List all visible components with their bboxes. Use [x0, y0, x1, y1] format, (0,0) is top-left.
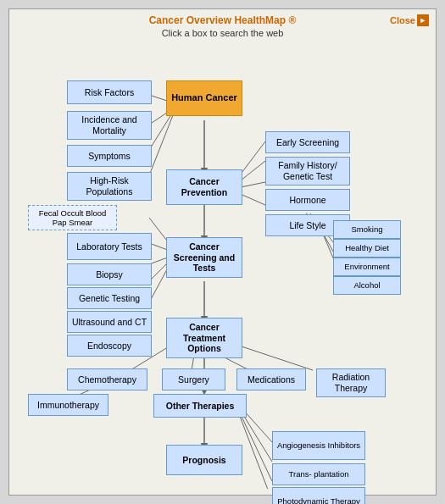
human-cancer-node[interactable]: Human Cancer [166, 80, 242, 116]
environment-node[interactable]: Environment [333, 258, 401, 276]
prognosis-node[interactable]: Prognosis [166, 445, 242, 475]
chemotherapy-node[interactable]: Chemotherapy [67, 368, 147, 390]
risk-factors-node[interactable]: Risk Factors [67, 80, 152, 104]
transplantation-node[interactable]: Trans- plantation [272, 463, 365, 485]
healthy-diet-node[interactable]: Healthy Diet [333, 239, 401, 258]
cancer-prevention-node[interactable]: Cancer Prevention [166, 169, 242, 205]
angiogenesis-node[interactable]: Angiogenesis Inhibitors [272, 431, 365, 460]
svg-line-25 [236, 345, 313, 370]
radiation-node[interactable]: Radiation Therapy [316, 368, 386, 397]
endoscopy-node[interactable]: Endoscopy [67, 335, 152, 357]
surgery-node[interactable]: Surgery [162, 368, 225, 390]
ultrasound-ct-node[interactable]: Ultrasound and CT [67, 311, 152, 333]
smoking-node[interactable]: Smoking [333, 220, 401, 239]
main-container: Cancer Overview HealthMap ® Click a box … [8, 8, 437, 496]
svg-line-8 [149, 111, 175, 175]
close-icon: ► [417, 14, 429, 26]
app-title: Cancer Overview HealthMap ® [9, 14, 436, 26]
medications-node[interactable]: Medications [236, 368, 306, 390]
subtitle: Click a box to search the web [9, 28, 436, 38]
lab-tests-node[interactable]: Laboratory Tests [67, 233, 152, 260]
cancer-treatment-node[interactable]: Cancer Treatment Options [166, 318, 242, 358]
alcohol-node[interactable]: Alcohol [333, 276, 401, 295]
other-therapies-node[interactable]: Other Therapies [153, 394, 247, 418]
close-button[interactable]: Close ► [390, 14, 429, 26]
header: Cancer Overview HealthMap ® Click a box … [9, 9, 436, 40]
map-area: Human Cancer Risk Factors Incidence and … [9, 40, 436, 489]
fecal-pap-node[interactable]: Fecal Occult Blood Pap Smear [28, 205, 117, 230]
high-risk-node[interactable]: High-Risk Populations [67, 172, 152, 201]
incidence-mortality-node[interactable]: Incidence and Mortality [67, 111, 152, 140]
immunotherapy-node[interactable]: Immunotherapy [28, 394, 108, 416]
family-history-node[interactable]: Family History/ Genetic Test [265, 157, 350, 186]
close-label: Close [390, 15, 415, 25]
genetic-testing-node[interactable]: Genetic Testing [67, 287, 152, 309]
photodynamic-node[interactable]: Photodynamic Therapy [272, 487, 365, 504]
hormone-node[interactable]: Hormone [265, 189, 350, 211]
cancer-screening-node[interactable]: Cancer Screening and Tests [166, 237, 242, 278]
biopsy-node[interactable]: Biopsy [67, 263, 152, 285]
symptoms-node[interactable]: Symptoms [67, 145, 152, 167]
early-screening-node[interactable]: Early Screening [265, 131, 350, 153]
